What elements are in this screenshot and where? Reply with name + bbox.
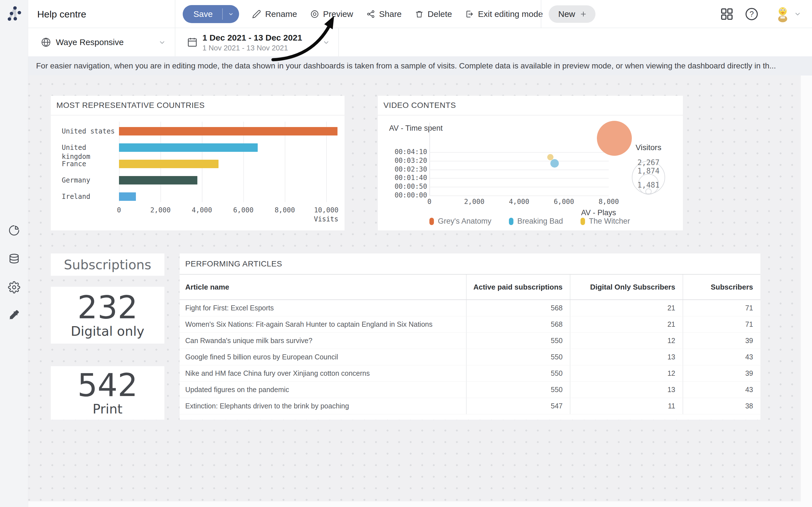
bar (119, 160, 218, 168)
database-icon (8, 253, 20, 265)
legend-label: Grey's Anatomy (438, 217, 492, 226)
rename-button[interactable]: Rename (252, 9, 297, 19)
category-label: United kingdom (62, 143, 118, 152)
chevron-down-icon (158, 39, 166, 46)
article-name-cell: Updated figures on the pandemic (180, 382, 466, 398)
widget-performing-articles[interactable]: PERFORMING ARTICLES Article name Active … (180, 253, 760, 420)
account-menu-chevron[interactable] (794, 10, 802, 18)
metric-cell: 568 (466, 300, 570, 316)
column-header: Article name (180, 275, 466, 299)
date-selector-chevron[interactable] (322, 39, 330, 47)
sidebar-item-settings[interactable] (8, 281, 20, 293)
bar (119, 144, 258, 152)
metric-cell: 12 (570, 365, 682, 381)
delete-button[interactable]: Delete (415, 9, 452, 19)
help-icon: ? (744, 7, 759, 21)
legend-item: Breaking Bad (509, 217, 563, 226)
chevron-down-icon (322, 39, 330, 46)
divider (175, 0, 175, 28)
widget-most-representative-countries[interactable]: MOST REPRESENTATIVE COUNTRIES 02,0004,00… (51, 96, 345, 230)
x-tick-label: 6,000 (554, 198, 574, 206)
column-header: Digital Only Subscribers (570, 275, 682, 299)
apps-grid-button[interactable] (719, 7, 734, 21)
x-tick-label: 6,000 (233, 206, 253, 214)
metric-cell: 11 (570, 398, 682, 414)
widget-subscriptions-title[interactable]: Subscriptions (51, 253, 164, 276)
metric-cell: 71 (682, 300, 760, 316)
legend-swatch (509, 218, 513, 225)
size-legend-circle (645, 188, 652, 194)
site-selector-label: Waye Responsive (56, 28, 124, 56)
chart-legend: Grey's AnatomyBreaking BadThe Witcher (429, 217, 630, 226)
article-name-cell: Can Rwanda's unique milk bars survive? (180, 333, 466, 349)
top-bar: Help centre Save Rename Preview Share De… (28, 0, 812, 28)
bar-chart: 02,0004,0006,0008,00010,000United states… (51, 96, 345, 230)
dashboard-canvas: MOST REPRESENTATIVE COUNTRIES 02,0004,00… (28, 75, 801, 501)
site-selector[interactable]: Waye Responsive (28, 28, 175, 56)
category-label: United states (62, 127, 118, 136)
article-name-cell: Nike and HM face China fury over Xinjian… (180, 365, 466, 381)
save-dropdown[interactable] (223, 11, 239, 17)
date-range-selector[interactable]: 1 Dec 2021 - 13 Dec 2021 1 Nov 2021 - 13… (175, 28, 338, 56)
x-tick-label: 0 (117, 206, 121, 214)
table-row: Updated figures on the pandemic5501343 (180, 382, 760, 398)
metric-cell: 39 (682, 365, 760, 381)
left-sidebar (0, 0, 28, 507)
metric-cell: 43 (682, 382, 760, 398)
table-row: Google fined 5 billion euros by European… (180, 349, 760, 365)
avatar[interactable] (775, 6, 791, 22)
eyedropper-icon (8, 309, 20, 321)
gridline (429, 178, 609, 179)
pencil-icon (252, 10, 261, 18)
y-tick-label: 00:04:10 (378, 148, 427, 156)
legend-item: The Witcher (580, 217, 630, 226)
size-legend-title: Visitors (626, 143, 671, 152)
exit-editing-mode-button[interactable]: Exit editing mode (465, 9, 543, 19)
column-header: Subscribers (682, 275, 760, 299)
app-logo[interactable] (4, 4, 23, 23)
bar (119, 176, 197, 184)
trash-icon (415, 10, 424, 18)
sidebar-item-data[interactable] (8, 253, 20, 265)
x-tick-label: 8,000 (274, 206, 295, 214)
x-axis-label: AV - Plays (581, 209, 616, 217)
article-name-cell: Google fined 5 billion euros by European… (180, 349, 466, 365)
x-tick-label: 4,000 (192, 206, 212, 214)
preview-button[interactable]: Preview (310, 9, 353, 19)
scrollbar-gutter-horizontal (28, 501, 801, 507)
share-button[interactable]: Share (366, 9, 402, 19)
category-label: Ireland (62, 192, 118, 201)
size-legend-value: 1,481 (620, 181, 677, 189)
y-tick-label: 00:02:30 (378, 165, 427, 173)
metric-cell: 547 (466, 398, 570, 414)
widget-title: VIDEO CONTENTS (378, 96, 683, 115)
save-button[interactable]: Save (183, 5, 239, 23)
sidebar-item-charts[interactable] (8, 224, 20, 237)
sidebar-item-theme[interactable] (8, 309, 20, 321)
x-tick-label: 10,000 (314, 206, 339, 214)
eye-icon (310, 10, 319, 18)
size-legend-value: 1,874 (620, 167, 677, 175)
widget-kpi-digital-only[interactable]: 232 Digital only (51, 287, 164, 344)
metric-cell: 550 (466, 349, 570, 365)
svg-text:?: ? (749, 10, 754, 18)
date-range-primary: 1 Dec 2021 - 13 Dec 2021 (202, 32, 302, 43)
exit-icon (465, 10, 474, 18)
new-dashboard-button[interactable]: New (549, 5, 596, 23)
metric-cell: 550 (466, 333, 570, 349)
metric-cell: 39 (682, 333, 760, 349)
chevron-down-icon (228, 11, 234, 17)
metric-cell: 71 (682, 316, 760, 332)
metric-cell: 43 (682, 349, 760, 365)
category-label: Germany (62, 176, 118, 185)
widget-kpi-print[interactable]: 542 Print (51, 366, 164, 420)
table-row: Nike and HM face China fury over Xinjian… (180, 365, 760, 382)
legend-swatch (580, 218, 585, 225)
toolbar: Save Rename Preview Share Delete Exit ed… (183, 0, 543, 28)
table-header: Article name Active paid subscriptions D… (180, 275, 760, 300)
help-button[interactable]: ? (744, 7, 759, 21)
bar (119, 127, 338, 135)
site-selector-chevron[interactable] (158, 39, 166, 47)
widget-video-contents[interactable]: VIDEO CONTENTS AV - Time spent 00:04:100… (378, 96, 683, 230)
y-tick-label: 00:00:50 (378, 182, 427, 190)
